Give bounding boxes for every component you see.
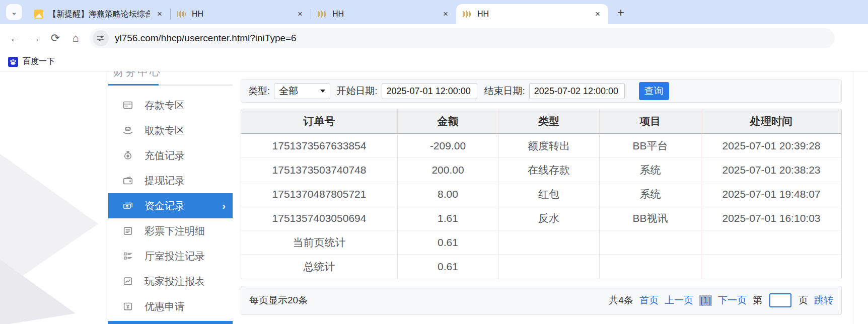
prev-page-link[interactable]: 上一页: [665, 294, 693, 307]
bookmark-baidu[interactable]: 百度一下: [23, 56, 55, 67]
funds-table: 订单号 金额 类型 项目 处理时间 1751373567633854 -209.…: [241, 109, 842, 279]
browser-tab-hh-1[interactable]: HH ×: [171, 4, 311, 24]
report-chart-icon: [122, 276, 133, 287]
cell-empty: [600, 230, 701, 255]
jump-suffix-text: 页: [799, 294, 808, 307]
jump-page-input[interactable]: [769, 293, 791, 307]
cell-project: BB平台: [600, 134, 701, 158]
address-bar[interactable]: yl756.com/hhcp/usercenter.html?iniType=6: [90, 28, 835, 48]
sidebar-item-recharge-records[interactable]: 充值记录: [108, 143, 233, 168]
sidebar-item-withdraw-records[interactable]: 提现记录: [108, 168, 233, 193]
cell-order-no: 1751357403050694: [241, 206, 398, 230]
cell-amount: 0.61: [398, 255, 498, 279]
wallet-icon: [122, 175, 133, 186]
main-panel: 类型: 全部 开始日期: 结束日期: 查询 订单号 金额 类型 项目 处理时间 …: [241, 79, 842, 315]
search-button[interactable]: 查询: [639, 82, 669, 100]
table-row-page-summary: 当前页统计 0.61: [241, 230, 841, 255]
cell-amount: 200.00: [398, 158, 498, 182]
tab-title: HH: [192, 10, 291, 19]
sidebar-item-label: 资金记录: [144, 199, 185, 213]
forward-button[interactable]: →: [25, 28, 45, 48]
table-header-row: 订单号 金额 类型 项目 处理时间: [241, 109, 841, 134]
col-header-project: 项目: [600, 109, 701, 134]
site-settings-chip[interactable]: [93, 30, 109, 46]
watermark-triangle: [0, 148, 98, 291]
tune-icon: [96, 34, 105, 43]
cell-order-no: 1751370487805721: [241, 182, 398, 206]
sidebar-item-label: 优惠申请: [144, 300, 185, 313]
chevron-down-icon: ⌄: [11, 8, 18, 17]
cell-empty: [701, 230, 841, 255]
sidebar-item-player-bet-report[interactable]: 玩家投注报表: [108, 269, 233, 294]
sidebar-item-hall-bet-records[interactable]: 厅室投注记录: [108, 244, 233, 269]
hh-favicon-icon: [177, 10, 187, 18]
chevron-down-icon: [320, 90, 325, 93]
page-content: 财务中心 存款专区 取款专区 充值记录 提现记录 资金记录: [0, 71, 868, 324]
cell-empty: [498, 255, 600, 279]
sidebar-item-lottery-bet-details[interactable]: 彩票下注明细: [108, 218, 233, 244]
type-label: 类型:: [248, 85, 270, 98]
home-button[interactable]: ⌂: [65, 28, 86, 48]
browser-tab-forum[interactable]: 【新提醒】海燕策略论坛综合交 ×: [28, 4, 170, 24]
tab-title: HH: [477, 10, 588, 19]
sidebar-item-withdraw-zone[interactable]: 取款专区: [108, 118, 233, 143]
type-select-value: 全部: [279, 85, 298, 98]
cell-process-time: 2025-07-01 19:48:07: [701, 182, 841, 206]
cell-process-time: 2025-07-01 16:10:03: [701, 206, 841, 230]
sidebar-item-label: 玩家投注报表: [144, 275, 205, 288]
close-icon[interactable]: ×: [296, 9, 305, 19]
cell-amount: -209.00: [398, 134, 498, 158]
cell-order-no: 1751373503740748: [241, 158, 398, 182]
sidebar-item-promo-application[interactable]: 优惠申请: [108, 294, 233, 319]
browser-tab-hh-2[interactable]: HH ×: [311, 4, 456, 24]
cash-icon: [122, 200, 133, 211]
cell-empty: [701, 255, 841, 279]
close-icon[interactable]: ×: [155, 9, 164, 19]
sidebar-item-fund-records[interactable]: 资金记录 ›: [108, 193, 233, 218]
close-icon[interactable]: ×: [593, 9, 602, 19]
baidu-favicon-icon: [8, 57, 18, 67]
cell-empty: [600, 255, 701, 279]
hh-favicon-icon: [317, 10, 327, 18]
home-icon: ⌂: [72, 32, 79, 45]
plus-icon: +: [617, 6, 624, 20]
next-page-link[interactable]: 下一页: [718, 294, 747, 307]
cell-project: 系统: [600, 182, 701, 206]
sidebar-heading-clipped: 财务中心: [108, 71, 233, 78]
hh-favicon-icon: [462, 10, 472, 18]
sidebar-menu: 存款专区 取款专区 充值记录 提现记录 资金记录 › 彩票下注明细: [108, 93, 233, 319]
filter-bar: 类型: 全部 开始日期: 结束日期: 查询: [241, 79, 842, 103]
sidebar-item-deposit-zone[interactable]: 存款专区: [108, 93, 233, 118]
browser-tab-hh-active[interactable]: HH ×: [456, 4, 608, 24]
reload-button[interactable]: ⟳: [45, 28, 65, 48]
table-row: 1751357403050694 1.61 反水 BB视讯 2025-07-01…: [241, 206, 841, 230]
chevron-right-icon: ›: [222, 200, 226, 212]
withdraw-hand-icon: [122, 125, 133, 136]
total-count-text: 共4条: [609, 294, 633, 307]
jump-prefix-text: 第: [753, 294, 762, 307]
page-size-text: 每页显示20条: [249, 294, 308, 307]
sidebar-item-label: 存款专区: [144, 99, 185, 112]
new-tab-button[interactable]: +: [612, 4, 629, 21]
type-select[interactable]: 全部: [274, 83, 330, 99]
sidebar: 财务中心 存款专区 取款专区 充值记录 提现记录 资金记录: [108, 71, 233, 324]
col-header-amount: 金额: [398, 109, 498, 134]
close-icon[interactable]: ×: [441, 9, 450, 19]
cell-summary-label: 当前页统计: [241, 230, 398, 255]
current-page-indicator[interactable]: [1]: [699, 295, 712, 306]
end-date-input[interactable]: [529, 83, 625, 99]
tab-search-button[interactable]: ⌄: [6, 4, 22, 20]
tab-title: 【新提醒】海燕策略论坛综合交: [48, 9, 150, 20]
table-row-total-summary: 总统计 0.61: [241, 255, 841, 279]
start-date-input[interactable]: [382, 83, 477, 99]
list-doc-icon: [122, 225, 133, 236]
cell-process-time: 2025-07-01 20:38:23: [701, 158, 841, 182]
sidebar-bottom-active-strip: [108, 321, 233, 324]
jump-link[interactable]: 跳转: [814, 294, 833, 307]
forum-favicon-icon: [34, 10, 43, 19]
pager: 共4条 首页 上一页 [1] 下一页 第 页 跳转: [609, 293, 833, 307]
first-page-link[interactable]: 首页: [639, 294, 659, 307]
back-button[interactable]: ←: [5, 28, 25, 48]
table-row: 1751370487805721 8.00 红包 系统 2025-07-01 1…: [241, 182, 841, 206]
col-header-type: 类型: [498, 109, 600, 134]
